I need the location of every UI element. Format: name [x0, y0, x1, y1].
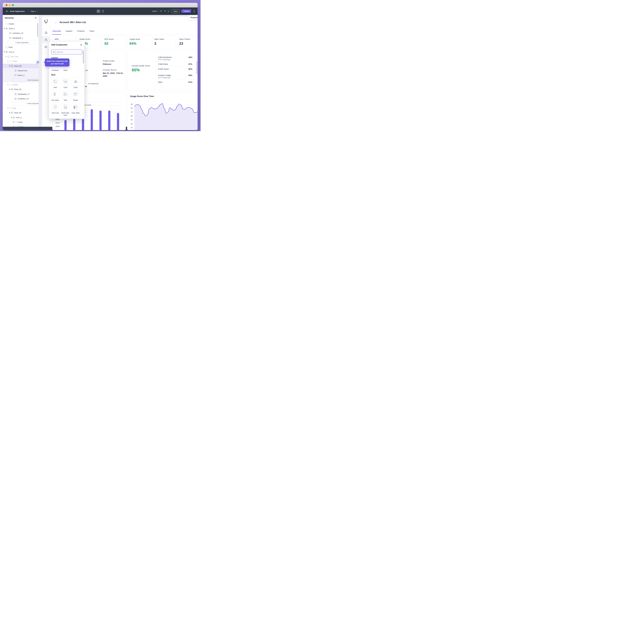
health-metric-label: CSM Pulse	[158, 63, 168, 65]
hierarchy-node-stack-86[interactable]: Stack_86	[3, 64, 39, 68]
modal-scrollbar[interactable]	[83, 50, 84, 63]
save-button[interactable]: Save	[172, 9, 180, 13]
tab-support[interactable]: Support	[66, 30, 72, 35]
zoom-selector[interactable]: 100%	[152, 10, 158, 12]
mobile-view-toggle[interactable]	[102, 10, 104, 12]
run-play-icon[interactable]	[168, 10, 170, 12]
back-icon[interactable]	[6, 10, 8, 12]
component-tile-tabs[interactable]: Tabs	[61, 90, 69, 101]
minimize-window-button[interactable]	[9, 4, 11, 6]
redo-icon[interactable]: ↷	[164, 10, 166, 12]
component-tile-partial[interactable]	[61, 118, 69, 119]
multistats-icon: 1,000	[63, 105, 68, 109]
frame-node-icon	[9, 107, 11, 109]
add-component-placeholder[interactable]: + Add Component	[3, 101, 39, 106]
component-tile-label: Stack	[60, 69, 70, 71]
component-tile-multi-stats-card[interactable]: 1,000 Multi Stats Card	[61, 103, 69, 116]
close-hierarchy-icon[interactable]	[35, 17, 37, 19]
caret-down-icon[interactable]	[4, 52, 5, 52]
component-tile-partial[interactable]	[51, 118, 59, 119]
component-tile-stat-card[interactable]: 1,000 Stat Card	[51, 103, 59, 116]
caret-down-icon[interactable]	[9, 89, 10, 90]
hierarchy-node-stack-85[interactable]: Stack_85	[3, 111, 39, 115]
hierarchy-node-body[interactable]: Body	[3, 106, 39, 110]
hierarchy-node-body[interactable]: Body	[3, 45, 39, 50]
tabs-icon	[63, 92, 68, 96]
frame-node-icon	[15, 121, 17, 123]
component-tile-alert[interactable]: Alert	[51, 77, 59, 89]
dashboard-back-icon[interactable]: ←	[54, 21, 57, 24]
hierarchy-scrollbar[interactable]	[37, 23, 38, 37]
hierarchy-node-typography-1[interactable]: Typography_1	[3, 36, 39, 40]
hierarchy-node-root-id[interactable]: root_id	[3, 50, 39, 54]
caret-down-icon[interactable]	[9, 66, 10, 66]
click-node-icon	[15, 74, 16, 76]
hierarchy-node-submit-form[interactable]: Submit Form	[3, 68, 39, 73]
desktop-view-toggle[interactable]	[96, 9, 100, 13]
add-component-placeholder[interactable]: + Add Component	[3, 78, 39, 82]
caret-down-icon[interactable]	[13, 126, 14, 127]
plus-node-icon	[15, 98, 16, 100]
chevron-down-icon	[157, 10, 159, 12]
component-tile-modal[interactable]: Modal	[72, 90, 80, 101]
hierarchy-node-form-1[interactable]: Form_1	[3, 115, 39, 120]
plus-node-icon	[9, 32, 11, 34]
bar-chart-title-fragment: nt size)	[85, 104, 91, 106]
component-tile-chart[interactable]: Chart	[72, 77, 80, 89]
tab-tasks[interactable]: Tasks	[89, 30, 94, 35]
rail-item-home[interactable]	[42, 29, 50, 36]
metric-card-open-tickets: Open Tickets 23	[177, 36, 198, 49]
properties-panel-fragment[interactable]: Properti	[188, 15, 198, 20]
hierarchy-node-header[interactable]: Header	[3, 82, 39, 87]
caret-down-icon[interactable]	[7, 108, 9, 108]
component-tile-card[interactable]: Card	[61, 77, 69, 89]
window-titlebar	[3, 3, 198, 7]
metric-value: 82	[104, 42, 124, 46]
caret-down-icon[interactable]	[6, 56, 7, 57]
hierarchy-node-header[interactable]: Header	[3, 125, 39, 127]
health-metric-label: CSAT Score	[158, 68, 169, 70]
page-selector[interactable]: Page 1	[31, 10, 38, 12]
caret-down-icon[interactable]	[4, 28, 5, 29]
hierarchy-node-header[interactable]: Header	[3, 22, 39, 26]
caret-down-icon[interactable]	[7, 61, 9, 62]
zoom-window-button[interactable]	[12, 4, 14, 6]
canvas-scrollbar[interactable]	[196, 61, 197, 74]
hierarchy-node-stack-95[interactable]: Stack_95	[3, 87, 39, 92]
undo-icon[interactable]: ↶	[160, 10, 162, 12]
hierarchy-node-iconbutton-24[interactable]: IconButton_24	[3, 96, 39, 101]
hierarchy-node-new-task[interactable]: New_Task	[3, 54, 39, 59]
publish-button[interactable]: Publish	[181, 9, 192, 13]
component-search-input[interactable]: Search	[51, 50, 82, 54]
more-options-icon[interactable]: •••	[193, 10, 195, 12]
component-tile-data-table[interactable]: Data Table	[72, 103, 80, 116]
hierarchy-node-stack-1[interactable]: Stack_1	[3, 26, 39, 31]
hierarchy-tree: HeaderStack_1IconButton_20Typography_1+ …	[3, 21, 39, 127]
hierarchy-node-footer[interactable]: Footer	[3, 59, 39, 64]
stack-node-icon	[6, 28, 8, 29]
hierarchy-node-button-5[interactable]: Button_5	[3, 73, 39, 78]
statcard-icon: 1,000	[53, 105, 58, 109]
modal-close-icon[interactable]	[80, 44, 82, 46]
click-node-icon	[15, 70, 16, 72]
close-window-button[interactable]	[6, 4, 7, 6]
hierarchy-node-footer[interactable]: Footer	[3, 120, 39, 124]
desktop-icon	[97, 10, 99, 12]
caret-down-icon[interactable]	[9, 112, 10, 113]
component-tile-partial[interactable]	[72, 118, 80, 119]
add-component-placeholder[interactable]: + Add Component	[3, 40, 39, 45]
tab-overview[interactable]: Overview	[52, 30, 61, 35]
hierarchy-node-typography-72[interactable]: Typography_72	[3, 92, 39, 96]
component-tile-key-value[interactable]: Key Value	[51, 90, 59, 101]
clipped-text-fragment: re Requests	[88, 82, 99, 85]
hierarchy-panel: Hierarchy HeaderStack_1IconButton_20Typo…	[3, 15, 39, 127]
metric-card-nps-score: NPS Score 82	[102, 36, 126, 49]
caret-down-icon[interactable]	[7, 84, 9, 85]
caret-down-icon[interactable]	[13, 122, 14, 122]
y-axis-tick: 500K	[53, 122, 60, 124]
node-label: Header	[12, 84, 18, 86]
hierarchy-node-iconbutton-20[interactable]: IconButton_20	[3, 31, 39, 36]
tab-products[interactable]: Products	[77, 30, 85, 35]
caret-down-icon[interactable]	[11, 117, 12, 118]
rail-item-accounts[interactable]	[42, 36, 50, 43]
